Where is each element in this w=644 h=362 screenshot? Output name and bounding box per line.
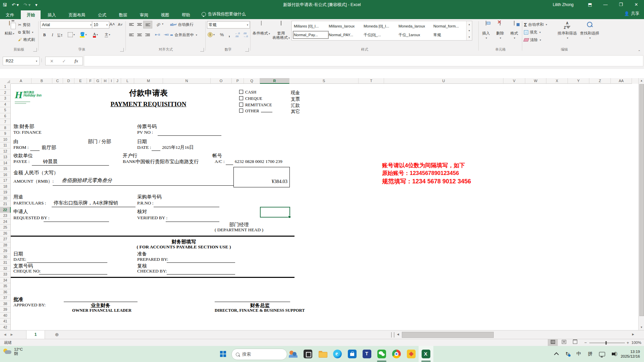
horizontal-scroll-thumb[interactable]: [402, 332, 494, 338]
particulars-blank-line[interactable]: [52, 206, 136, 207]
vertical-scroll-thumb[interactable]: [639, 84, 644, 316]
column-header-O[interactable]: O: [211, 78, 232, 84]
accounting-format-icon[interactable]: $▾: [207, 31, 215, 38]
row-header-42[interactable]: 42: [0, 324, 11, 330]
row-header-32[interactable]: 32: [0, 266, 11, 272]
cell-style-item[interactable]: 千位_1aroux: [397, 31, 433, 39]
cut-button[interactable]: ✂剪切: [18, 21, 31, 28]
row-header-39[interactable]: 39: [0, 307, 11, 313]
amount-value[interactable]: ¥384.03: [272, 179, 287, 184]
confirm-entry-icon[interactable]: ✓: [62, 59, 66, 64]
row-header-37[interactable]: 37: [0, 295, 11, 301]
row-header-23[interactable]: 23: [0, 213, 11, 219]
zoom-slider[interactable]: [589, 343, 625, 343]
tab-page-layout[interactable]: 页面布局: [63, 10, 91, 20]
increase-indent-icon[interactable]: ⇥≡: [162, 31, 170, 38]
column-header-Q[interactable]: Q: [244, 78, 260, 84]
row-header-30[interactable]: 30: [0, 254, 11, 260]
payee-value[interactable]: 钟晨晨: [43, 159, 58, 165]
font-dialog-launcher[interactable]: [120, 48, 124, 52]
zoom-out-button[interactable]: −: [584, 339, 587, 346]
hidden-icons-chevron-icon[interactable]: [554, 352, 559, 357]
cell-style-item[interactable]: Normal_form...: [432, 22, 468, 30]
checkbox-icon[interactable]: [239, 90, 243, 94]
column-header-S[interactable]: S: [289, 78, 359, 84]
date-blank-line[interactable]: [152, 150, 160, 151]
prepared-blank-line[interactable]: [167, 262, 235, 263]
close-button[interactable]: ✕: [629, 0, 644, 9]
select-all-corner[interactable]: [0, 78, 11, 84]
format-painter-button[interactable]: 🖌格式刷: [18, 36, 35, 43]
share-button[interactable]: 👤共享: [624, 11, 639, 16]
align-left-icon[interactable]: [127, 31, 136, 38]
row-header-21[interactable]: 21: [0, 201, 11, 207]
bold-button[interactable]: B: [40, 31, 49, 38]
payee-blank-line[interactable]: [32, 165, 109, 166]
formula-input[interactable]: [84, 55, 643, 66]
tab-data[interactable]: 数据: [113, 10, 133, 20]
row-header-17[interactable]: 17: [0, 178, 11, 184]
phonetic-guide-button[interactable]: 文▾: [103, 31, 112, 38]
taskbar-search[interactable]: 搜索: [231, 349, 287, 360]
borders-button[interactable]: ▾: [67, 31, 75, 38]
row-header-1[interactable]: 1: [0, 84, 11, 90]
user-name[interactable]: Lilith Zhong: [553, 2, 574, 7]
column-header-R[interactable]: R: [260, 78, 289, 84]
wechat-app-icon[interactable]: [374, 346, 389, 362]
row-header-5[interactable]: 5: [0, 107, 11, 113]
column-header-Y[interactable]: Y: [568, 78, 589, 84]
tab-formulas[interactable]: 公式: [92, 10, 112, 20]
row-header-35[interactable]: 35: [0, 283, 11, 289]
network-monitor-icon[interactable]: [599, 352, 605, 356]
column-header-A[interactable]: A: [11, 78, 32, 84]
scroll-down-icon[interactable]: ▼: [639, 325, 644, 330]
sync-icon[interactable]: ↻: [566, 351, 570, 357]
column-header-G[interactable]: G: [94, 78, 102, 84]
tab-view[interactable]: 视图: [155, 10, 175, 20]
fill-color-button[interactable]: 🪣▾: [79, 31, 88, 38]
row-header-7[interactable]: 7: [0, 119, 11, 125]
ac-value[interactable]: 6232 0828 0002 1700 239: [235, 159, 282, 164]
from-blank-line[interactable]: [30, 150, 40, 151]
blue-app-icon[interactable]: [360, 346, 374, 362]
speaker-icon[interactable]: [612, 353, 614, 355]
row-header-24[interactable]: 24: [0, 219, 11, 225]
excel-app-icon[interactable]: [419, 346, 433, 362]
chrome-app-icon[interactable]: [389, 346, 404, 362]
tab-file[interactable]: 文件: [0, 10, 20, 20]
row-header-13[interactable]: 13: [0, 154, 11, 160]
insert-function-icon[interactable]: fx: [74, 58, 78, 64]
column-header-L[interactable]: L: [121, 78, 134, 84]
column-header-W[interactable]: W: [525, 78, 546, 84]
bank-value[interactable]: 中国银行贵阳市宝山南路支行: [136, 159, 199, 165]
vertical-scrollbar[interactable]: ▲ ▼: [638, 78, 644, 330]
horizontal-scrollbar[interactable]: ◀ ▶: [395, 331, 636, 338]
row-header-4[interactable]: 4: [0, 102, 11, 108]
tab-home[interactable]: 开始: [21, 10, 41, 20]
formula-bar-splitter[interactable]: ⋮: [40, 58, 43, 63]
top-align-icon[interactable]: [127, 21, 136, 28]
row-header-38[interactable]: 38: [0, 301, 11, 307]
column-header-X[interactable]: X: [546, 78, 568, 84]
alignment-dialog-launcher[interactable]: [200, 48, 204, 52]
column-header-P[interactable]: P: [232, 78, 244, 84]
particulars-value[interactable]: 停车出口指示牌，A4水牌报销: [54, 200, 118, 206]
row-header-12[interactable]: 12: [0, 148, 11, 155]
owner-sign-line[interactable]: [64, 301, 138, 302]
row-header-19[interactable]: 19: [0, 189, 11, 195]
row-header-29[interactable]: 29: [0, 248, 11, 254]
row-header-31[interactable]: 31: [0, 260, 11, 266]
row-header-33[interactable]: 33: [0, 272, 11, 278]
new-sheet-button[interactable]: ⊕: [54, 331, 60, 338]
row-header-26[interactable]: 26: [0, 231, 11, 237]
row-header-9[interactable]: 9: [0, 131, 11, 137]
selected-cell-r22[interactable]: [260, 207, 290, 218]
comma-style-icon[interactable]: ,: [225, 31, 233, 38]
zoom-in-button[interactable]: +: [627, 339, 629, 346]
pr-blank-line[interactable]: [154, 206, 219, 207]
cell-style-item[interactable]: Moneda_laroux: [397, 22, 433, 30]
tab-insert[interactable]: 插入: [42, 10, 62, 20]
date-value[interactable]: 2025年12月16日: [162, 144, 194, 150]
collapse-ribbon-icon[interactable]: ⌃: [638, 50, 641, 53]
paste-button[interactable]: 粘贴▾: [1, 20, 18, 36]
